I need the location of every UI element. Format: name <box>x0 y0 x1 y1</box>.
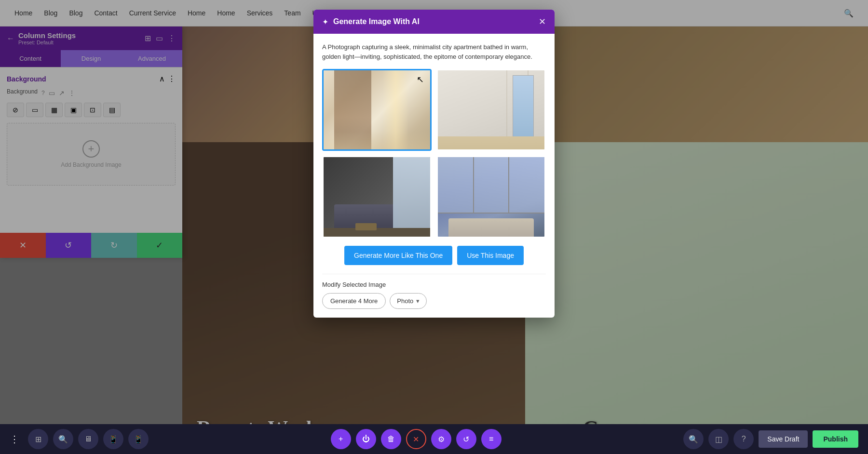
toolbar-left: ⋮ ⊞ 🔍 🖥 📱 📱 <box>10 429 149 449</box>
photo-type-select[interactable]: Photo ▾ <box>390 293 427 309</box>
modify-label: Modify Selected Image <box>322 281 546 288</box>
publish-button[interactable]: Publish <box>813 430 858 448</box>
toolbar-bars-btn[interactable]: ≡ <box>481 429 502 449</box>
toolbar-center: + ⏻ 🗑 ✕ ⚙ ↺ ≡ <box>154 429 678 449</box>
image-cell-4[interactable] <box>436 156 546 238</box>
toolbar-mobile-btn[interactable]: 📱 <box>128 429 149 449</box>
modify-section: Modify Selected Image Generate 4 More Ph… <box>322 274 546 309</box>
toolbar-help-btn[interactable]: ? <box>733 429 754 449</box>
use-image-button[interactable]: Use This Image <box>457 246 524 265</box>
image-cell-1[interactable]: ↖ <box>322 69 432 151</box>
toolbar-close-btn[interactable]: ✕ <box>406 429 426 449</box>
modal-header-left: ✦ Generate Image With AI <box>322 17 420 27</box>
generate-4-more-button[interactable]: Generate 4 More <box>322 293 386 309</box>
generate-more-button[interactable]: Generate More Like This One <box>344 246 452 265</box>
modify-controls: Generate 4 More Photo ▾ <box>322 293 546 309</box>
toolbar-search2-btn[interactable]: 🔍 <box>683 429 704 449</box>
modal-overlay: ✦ Generate Image With AI ✕ A Photograph … <box>0 0 868 454</box>
modal-header: ✦ Generate Image With AI ✕ <box>313 10 555 34</box>
toolbar-grid-btn[interactable]: ⊞ <box>28 429 48 449</box>
save-draft-button[interactable]: Save Draft <box>759 430 808 448</box>
toolbar-history-btn[interactable]: ↺ <box>456 429 476 449</box>
photo-select-chevron: ▾ <box>416 297 420 305</box>
toolbar-tablet-btn[interactable]: 📱 <box>103 429 123 449</box>
toolbar-monitor-btn[interactable]: 🖥 <box>78 429 98 449</box>
toolbar-dots-icon[interactable]: ⋮ <box>10 433 19 445</box>
toolbar-gear-btn[interactable]: ⚙ <box>431 429 451 449</box>
ai-magic-icon: ✦ <box>322 17 328 27</box>
image-cell-3[interactable] <box>322 156 432 238</box>
modal-actions: Generate More Like This One Use This Ima… <box>322 246 546 265</box>
toolbar-add-btn[interactable]: + <box>331 429 351 449</box>
image-grid: ↖ <box>322 69 546 238</box>
photo-type-label: Photo <box>397 297 413 305</box>
toolbar-right: 🔍 ◫ ? Save Draft Publish <box>683 429 858 449</box>
toolbar-search-btn[interactable]: 🔍 <box>53 429 73 449</box>
toolbar-power-btn[interactable]: ⏻ <box>356 429 376 449</box>
toolbar-layers-btn[interactable]: ◫ <box>708 429 729 449</box>
modal-close-button[interactable]: ✕ <box>539 16 546 27</box>
modal-description: A Photograph capturing a sleek, minimali… <box>322 42 546 61</box>
toolbar-trash-btn[interactable]: 🗑 <box>381 429 401 449</box>
image-cell-2[interactable] <box>436 69 546 151</box>
modal-title: Generate Image With AI <box>333 17 420 26</box>
ai-modal: ✦ Generate Image With AI ✕ A Photograph … <box>313 10 555 318</box>
modal-body: A Photograph capturing a sleek, minimali… <box>313 34 555 318</box>
bottom-toolbar: ⋮ ⊞ 🔍 🖥 📱 📱 + ⏻ 🗑 ✕ ⚙ ↺ ≡ 🔍 ◫ ? Save Dra… <box>0 424 868 454</box>
